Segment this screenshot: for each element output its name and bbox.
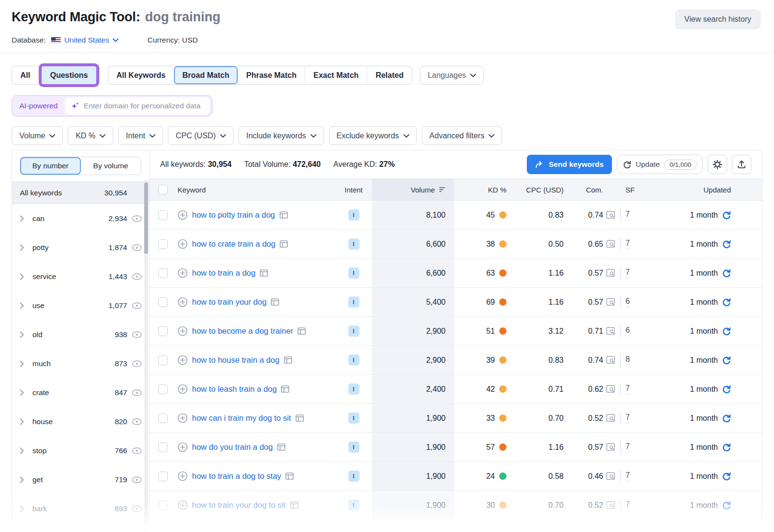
intent-badge[interactable]: I bbox=[348, 238, 359, 250]
add-keyword-icon[interactable] bbox=[178, 239, 188, 249]
add-keyword-icon[interactable] bbox=[178, 210, 188, 220]
refresh-row-icon[interactable] bbox=[722, 240, 731, 249]
eye-icon[interactable] bbox=[132, 418, 142, 425]
keyword-group-item[interactable]: can 2,934 bbox=[12, 204, 149, 233]
serp-window-icon[interactable] bbox=[280, 211, 288, 219]
kd-filter-dropdown[interactable]: KD % bbox=[68, 126, 113, 145]
eye-icon[interactable] bbox=[132, 273, 142, 280]
serp-preview-icon[interactable] bbox=[606, 298, 615, 306]
refresh-row-icon[interactable] bbox=[722, 443, 731, 452]
refresh-row-icon[interactable] bbox=[722, 414, 731, 423]
keyword-group-item[interactable]: crate 847 bbox=[12, 378, 149, 407]
view-search-history-button[interactable]: View search history bbox=[675, 10, 760, 29]
chevron-right-icon[interactable] bbox=[20, 360, 26, 367]
chevron-right-icon[interactable] bbox=[20, 418, 26, 425]
tab-phrase-match[interactable]: Phrase Match bbox=[238, 66, 305, 84]
eye-icon[interactable] bbox=[132, 244, 142, 251]
domain-input[interactable] bbox=[84, 102, 204, 110]
exclude-keywords-dropdown[interactable]: Exclude keywords bbox=[329, 126, 417, 145]
serp-features-count[interactable]: 7 bbox=[625, 413, 630, 423]
serp-window-icon[interactable] bbox=[298, 327, 306, 335]
serp-preview-icon[interactable] bbox=[606, 472, 615, 480]
serp-window-icon[interactable] bbox=[260, 269, 268, 277]
eye-icon[interactable] bbox=[132, 389, 142, 396]
col-keyword[interactable]: Keyword bbox=[178, 179, 335, 200]
intent-badge[interactable]: I bbox=[348, 296, 359, 308]
intent-badge[interactable]: I bbox=[348, 325, 359, 337]
serp-features-count[interactable]: 7 bbox=[625, 210, 630, 220]
serp-window-icon[interactable] bbox=[281, 385, 289, 393]
col-cpc[interactable]: CPC (USD) bbox=[506, 179, 564, 200]
row-checkbox[interactable] bbox=[158, 210, 168, 220]
volume-filter-dropdown[interactable]: Volume bbox=[12, 126, 63, 145]
refresh-row-icon[interactable] bbox=[722, 211, 731, 220]
refresh-row-icon[interactable] bbox=[722, 472, 731, 481]
eye-icon[interactable] bbox=[132, 360, 142, 367]
eye-icon[interactable] bbox=[132, 331, 142, 338]
row-checkbox[interactable] bbox=[158, 268, 168, 278]
col-com[interactable]: Com. bbox=[564, 179, 603, 200]
database-selector[interactable]: United States bbox=[64, 36, 119, 44]
chevron-right-icon[interactable] bbox=[20, 244, 26, 251]
intent-badge[interactable]: I bbox=[348, 500, 359, 511]
export-button[interactable] bbox=[732, 155, 751, 174]
keyword-link[interactable]: how to train a dog to stay bbox=[192, 472, 281, 481]
tab-questions[interactable]: Questions bbox=[42, 66, 96, 84]
add-keyword-icon[interactable] bbox=[178, 355, 188, 365]
serp-features-count[interactable]: 8 bbox=[625, 355, 630, 365]
serp-preview-icon[interactable] bbox=[606, 240, 615, 248]
eye-icon[interactable] bbox=[132, 215, 142, 222]
col-volume[interactable]: Volume bbox=[372, 179, 454, 200]
chevron-right-icon[interactable] bbox=[20, 331, 26, 338]
keyword-link[interactable]: how to become a dog trainer bbox=[192, 326, 293, 336]
serp-features-count[interactable]: 7 bbox=[625, 268, 630, 278]
sidebar-scrollbar-thumb[interactable] bbox=[144, 182, 148, 254]
keyword-link[interactable]: how to train a dog bbox=[192, 268, 255, 278]
serp-preview-icon[interactable] bbox=[606, 211, 615, 219]
keyword-link[interactable]: how to crate train a dog bbox=[192, 239, 275, 249]
keyword-link[interactable]: how can i train my dog to sit bbox=[192, 414, 291, 423]
keyword-group-item[interactable]: service 1,443 bbox=[12, 262, 149, 291]
tab-related[interactable]: Related bbox=[367, 66, 412, 84]
keyword-link[interactable]: how to train your dog bbox=[192, 297, 267, 307]
serp-preview-icon[interactable] bbox=[606, 269, 615, 277]
serp-features-count[interactable]: 7 bbox=[625, 471, 630, 481]
serp-preview-icon[interactable] bbox=[606, 443, 615, 451]
serp-features-count[interactable]: 7 bbox=[625, 384, 630, 394]
intent-badge[interactable]: I bbox=[348, 267, 359, 279]
col-updated[interactable]: Updated bbox=[650, 179, 762, 200]
tab-all[interactable]: All bbox=[12, 66, 38, 84]
chevron-right-icon[interactable] bbox=[20, 273, 26, 280]
keyword-group-item[interactable]: bark 693 bbox=[12, 494, 149, 523]
row-checkbox[interactable] bbox=[158, 501, 168, 510]
serp-window-icon[interactable] bbox=[271, 298, 279, 306]
add-keyword-icon[interactable] bbox=[178, 442, 188, 452]
chevron-right-icon[interactable] bbox=[20, 447, 26, 454]
send-keywords-button[interactable]: Send keywords bbox=[527, 155, 612, 174]
serp-window-icon[interactable] bbox=[290, 502, 298, 509]
eye-icon[interactable] bbox=[132, 505, 142, 512]
keyword-group-item[interactable]: use 1,077 bbox=[12, 291, 149, 320]
serp-preview-icon[interactable] bbox=[606, 385, 615, 393]
add-keyword-icon[interactable] bbox=[178, 268, 188, 278]
refresh-row-icon[interactable] bbox=[722, 298, 731, 307]
all-keywords-row[interactable]: All keywords 30,954 bbox=[12, 182, 149, 204]
add-keyword-icon[interactable] bbox=[178, 297, 188, 307]
add-keyword-icon[interactable] bbox=[178, 471, 188, 481]
eye-icon[interactable] bbox=[132, 447, 142, 454]
chevron-right-icon[interactable] bbox=[20, 302, 26, 309]
tab-all-keywords[interactable]: All Keywords bbox=[108, 66, 174, 84]
row-checkbox[interactable] bbox=[158, 239, 168, 249]
tab-broad-match[interactable]: Broad Match bbox=[174, 66, 238, 84]
row-checkbox[interactable] bbox=[158, 414, 168, 423]
row-checkbox[interactable] bbox=[158, 297, 168, 307]
advanced-filters-dropdown[interactable]: Advanced filters bbox=[422, 126, 503, 145]
intent-badge[interactable]: I bbox=[348, 355, 359, 366]
serp-preview-icon[interactable] bbox=[606, 327, 615, 335]
cpc-filter-dropdown[interactable]: CPC (USD) bbox=[168, 126, 234, 145]
row-checkbox[interactable] bbox=[158, 384, 168, 394]
serp-features-count[interactable]: 7 bbox=[625, 500, 630, 510]
serp-preview-icon[interactable] bbox=[606, 501, 615, 509]
chevron-right-icon[interactable] bbox=[20, 389, 26, 396]
col-intent[interactable]: Intent bbox=[335, 179, 372, 200]
